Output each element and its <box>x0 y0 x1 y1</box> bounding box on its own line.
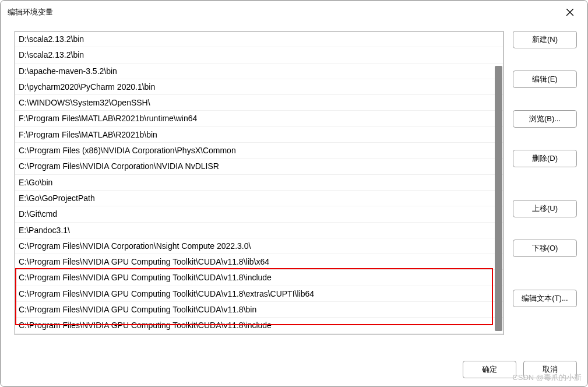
close-icon <box>566 9 573 16</box>
browse-button[interactable]: 浏览(B)... <box>513 110 577 128</box>
list-item[interactable]: D:\scala2.13.2\bin <box>15 31 503 47</box>
list-item[interactable]: C:\Program Files\NVIDIA Corporation\Nsig… <box>15 238 503 254</box>
list-item[interactable]: D:\scala2.13.2\bin <box>15 47 503 63</box>
list-item[interactable]: C:\Program Files\NVIDIA GPU Computing To… <box>15 270 503 286</box>
new-button[interactable]: 新建(N) <box>513 31 577 48</box>
move-down-button[interactable]: 下移(O) <box>513 240 577 257</box>
move-up-button[interactable]: 上移(U) <box>513 200 577 217</box>
dialog-title: 编辑环境变量 <box>8 7 53 17</box>
list-item[interactable]: D:\apache-maven-3.5.2\bin <box>15 64 503 79</box>
dialog-body: D:\scala2.13.2\binD:\scala2.13.2\binD:\a… <box>1 22 587 356</box>
list-item[interactable]: C:\Program Files\NVIDIA GPU Computing To… <box>15 286 503 302</box>
list-item[interactable]: C:\Program Files\NVIDIA GPU Computing To… <box>15 302 503 318</box>
list-item[interactable]: C:\Program Files\NVIDIA GPU Computing To… <box>15 318 503 333</box>
list-item[interactable]: C:\WINDOWS\System32\OpenSSH\ <box>15 95 503 111</box>
side-button-panel: 新建(N) 编辑(E) 浏览(B)... 删除(D) 上移(U) 下移(O) 编… <box>513 31 577 350</box>
list-item[interactable]: C:\Program Files\NVIDIA GPU Computing To… <box>15 334 503 335</box>
edit-env-dialog: 编辑环境变量 D:\scala2.13.2\binD:\scala2.13.2\… <box>0 0 588 387</box>
dialog-footer: 确定 取消 <box>1 356 587 386</box>
delete-button[interactable]: 删除(D) <box>513 150 577 167</box>
list-item[interactable]: C:\Program Files\NVIDIA Corporation\NVID… <box>15 159 503 174</box>
edit-text-button[interactable]: 编辑文本(T)... <box>513 290 577 307</box>
list-item[interactable]: F:\Program Files\MATLAB\R2021b\runtime\w… <box>15 111 503 126</box>
list-item[interactable]: E:\Go\GoProjectPath <box>15 191 503 206</box>
list-item[interactable]: E:\Go\bin <box>15 175 503 191</box>
ok-button[interactable]: 确定 <box>463 361 516 378</box>
path-list[interactable]: D:\scala2.13.2\binD:\scala2.13.2\binD:\a… <box>15 31 504 335</box>
list-item[interactable]: E:\Pandoc3.1\ <box>15 223 503 238</box>
list-item[interactable]: C:\Program Files (x86)\NVIDIA Corporatio… <box>15 143 503 159</box>
scrollbar-thumb[interactable] <box>495 66 502 331</box>
cancel-button[interactable]: 取消 <box>523 361 577 378</box>
path-list-wrap: D:\scala2.13.2\binD:\scala2.13.2\binD:\a… <box>15 31 504 350</box>
list-item[interactable]: D:\Git\cmd <box>15 206 503 222</box>
close-button[interactable] <box>559 4 580 20</box>
titlebar: 编辑环境变量 <box>1 1 587 22</box>
list-item[interactable]: D:\pycharm2020\PyCharm 2020.1\bin <box>15 79 503 95</box>
list-item[interactable]: C:\Program Files\NVIDIA GPU Computing To… <box>15 254 503 270</box>
list-item[interactable]: F:\Program Files\MATLAB\R2021b\bin <box>15 127 503 143</box>
edit-button[interactable]: 编辑(E) <box>513 71 577 88</box>
